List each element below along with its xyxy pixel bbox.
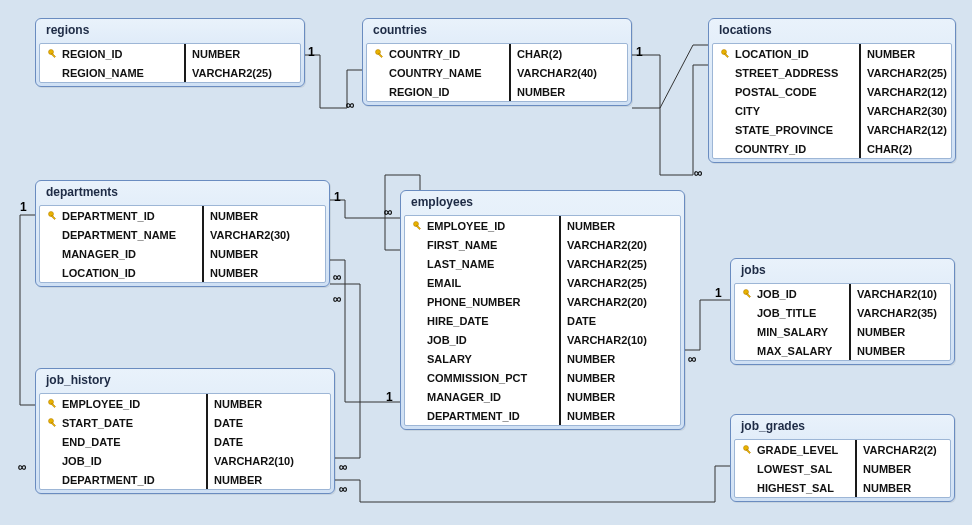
- column-type: NUMBER: [208, 394, 330, 413]
- column-type: VARCHAR2(10): [561, 330, 680, 349]
- column-name: PHONE_NUMBER: [405, 292, 559, 311]
- primary-key-icon: [47, 398, 59, 410]
- column-type: NUMBER: [561, 387, 680, 406]
- column-type: CHAR(2): [511, 44, 627, 63]
- column-type: NUMBER: [851, 341, 950, 360]
- column-name: END_DATE: [40, 432, 206, 451]
- entity-jobs: jobsJOB_IDJOB_TITLEMIN_SALARYMAX_SALARYV…: [730, 258, 955, 365]
- column-type: VARCHAR2(10): [208, 451, 330, 470]
- entity-title: departments: [36, 181, 329, 205]
- cardinality-many: ∞: [18, 460, 27, 474]
- primary-key-icon: [47, 210, 59, 222]
- entity-countries: countriesCOUNTRY_IDCOUNTRY_NAMEREGION_ID…: [362, 18, 632, 106]
- entity-title: countries: [363, 19, 631, 43]
- column-name: COUNTRY_ID: [367, 44, 509, 63]
- entity-regions: regionsREGION_IDREGION_NAMENUMBERVARCHAR…: [35, 18, 305, 87]
- entity-title: employees: [401, 191, 684, 215]
- entity-title: job_history: [36, 369, 334, 393]
- column-type: VARCHAR2(35): [851, 303, 950, 322]
- column-name: EMAIL: [405, 273, 559, 292]
- svg-rect-7: [51, 215, 56, 220]
- column-name: FIRST_NAME: [405, 235, 559, 254]
- column-name: HIRE_DATE: [405, 311, 559, 330]
- column-name: DEPARTMENT_ID: [405, 406, 559, 425]
- column-name: POSTAL_CODE: [713, 82, 859, 101]
- column-name: LOCATION_ID: [40, 263, 202, 282]
- column-type: VARCHAR2(12): [861, 82, 951, 101]
- primary-key-icon: [374, 48, 386, 60]
- primary-key-icon: [742, 288, 754, 300]
- entity-job_history: job_historyEMPLOYEE_IDSTART_DATEEND_DATE…: [35, 368, 335, 494]
- cardinality-many: ∞: [339, 482, 348, 496]
- column-type: VARCHAR2(40): [511, 63, 627, 82]
- entity-body: LOCATION_IDSTREET_ADDRESSPOSTAL_CODECITY…: [712, 43, 952, 159]
- column-type: NUMBER: [561, 216, 680, 235]
- column-name: STREET_ADDRESS: [713, 63, 859, 82]
- column-name: COMMISSION_PCT: [405, 368, 559, 387]
- cardinality-one: 1: [308, 45, 315, 59]
- primary-key-icon: [47, 417, 59, 429]
- entity-body: EMPLOYEE_IDSTART_DATEEND_DATEJOB_IDDEPAR…: [39, 393, 331, 490]
- cardinality-many: ∞: [339, 460, 348, 474]
- column-name: COUNTRY_ID: [713, 139, 859, 158]
- entity-body: COUNTRY_IDCOUNTRY_NAMEREGION_IDCHAR(2)VA…: [366, 43, 628, 102]
- column-name: MAX_SALARY: [735, 341, 849, 360]
- column-type: DATE: [561, 311, 680, 330]
- column-type: NUMBER: [851, 322, 950, 341]
- cardinality-many: ∞: [694, 166, 703, 180]
- entity-title: locations: [709, 19, 955, 43]
- entity-body: EMPLOYEE_IDFIRST_NAMELAST_NAMEEMAILPHONE…: [404, 215, 681, 426]
- column-name: SALARY: [405, 349, 559, 368]
- column-type: NUMBER: [561, 368, 680, 387]
- cardinality-many: ∞: [346, 98, 355, 112]
- primary-key-icon: [47, 48, 59, 60]
- svg-rect-11: [746, 293, 751, 298]
- svg-rect-15: [51, 422, 56, 427]
- column-name: DEPARTMENT_ID: [40, 206, 202, 225]
- column-type: DATE: [208, 432, 330, 451]
- column-type: CHAR(2): [861, 139, 951, 158]
- column-name: JOB_ID: [40, 451, 206, 470]
- cardinality-one: 1: [334, 190, 341, 204]
- entity-locations: locationsLOCATION_IDSTREET_ADDRESSPOSTAL…: [708, 18, 956, 163]
- column-name: EMPLOYEE_ID: [40, 394, 206, 413]
- cardinality-many: ∞: [688, 352, 697, 366]
- cardinality-one: 1: [386, 390, 393, 404]
- column-type: NUMBER: [208, 470, 330, 489]
- column-name: REGION_NAME: [40, 63, 184, 82]
- column-type: VARCHAR2(10): [851, 284, 950, 303]
- column-name: MANAGER_ID: [40, 244, 202, 263]
- entity-body: REGION_IDREGION_NAMENUMBERVARCHAR2(25): [39, 43, 301, 83]
- column-name: DEPARTMENT_NAME: [40, 225, 202, 244]
- svg-rect-9: [416, 225, 421, 230]
- column-type: NUMBER: [561, 406, 680, 425]
- column-name: REGION_ID: [367, 82, 509, 101]
- column-type: VARCHAR2(30): [204, 225, 325, 244]
- column-name: LAST_NAME: [405, 254, 559, 273]
- svg-rect-5: [724, 53, 729, 58]
- column-name: MANAGER_ID: [405, 387, 559, 406]
- entity-employees: employeesEMPLOYEE_IDFIRST_NAMELAST_NAMEE…: [400, 190, 685, 430]
- entity-body: GRADE_LEVELLOWEST_SALHIGHEST_SALVARCHAR2…: [734, 439, 951, 498]
- entity-title: job_grades: [731, 415, 954, 439]
- column-type: VARCHAR2(30): [861, 101, 951, 120]
- entity-title: regions: [36, 19, 304, 43]
- entity-body: JOB_IDJOB_TITLEMIN_SALARYMAX_SALARYVARCH…: [734, 283, 951, 361]
- column-type: VARCHAR2(20): [561, 235, 680, 254]
- column-type: NUMBER: [204, 244, 325, 263]
- column-type: NUMBER: [186, 44, 300, 63]
- column-type: VARCHAR2(25): [561, 273, 680, 292]
- svg-rect-3: [378, 53, 383, 58]
- cardinality-one: 1: [715, 286, 722, 300]
- column-type: VARCHAR2(25): [186, 63, 300, 82]
- column-name: MIN_SALARY: [735, 322, 849, 341]
- svg-rect-17: [746, 449, 751, 454]
- column-name: COUNTRY_NAME: [367, 63, 509, 82]
- cardinality-many: ∞: [333, 292, 342, 306]
- column-name: STATE_PROVINCE: [713, 120, 859, 139]
- svg-rect-1: [51, 53, 56, 58]
- column-type: NUMBER: [861, 44, 951, 63]
- column-name: CITY: [713, 101, 859, 120]
- entity-departments: departmentsDEPARTMENT_IDDEPARTMENT_NAMEM…: [35, 180, 330, 287]
- column-type: VARCHAR2(12): [861, 120, 951, 139]
